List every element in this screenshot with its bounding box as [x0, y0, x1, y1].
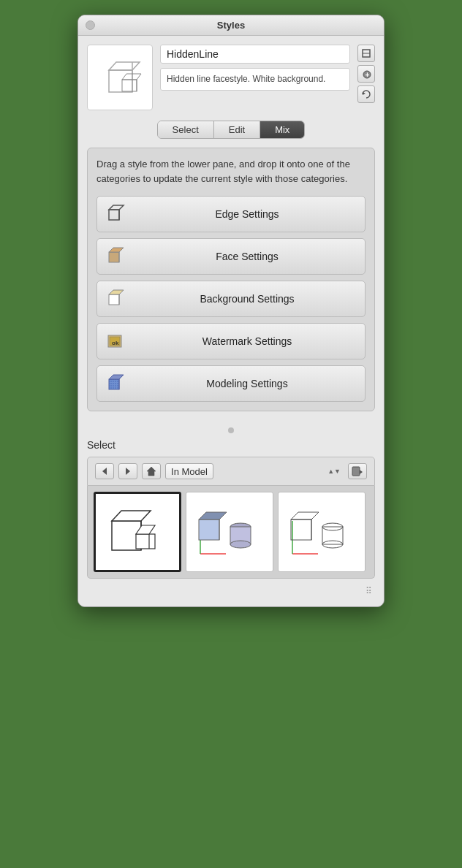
forward-button[interactable]	[118, 463, 137, 479]
save-collection-button[interactable]	[348, 463, 367, 479]
face-settings-icon	[106, 245, 129, 268]
svg-rect-37	[136, 534, 155, 549]
svg-marker-35	[112, 511, 151, 521]
svg-marker-19	[109, 290, 124, 294]
watermark-settings-label: Watermark Settings	[138, 335, 356, 347]
tabs-row: Select Edit Mix	[87, 121, 375, 139]
collapse-button[interactable]	[357, 45, 375, 62]
thumbnails-area	[87, 486, 375, 579]
select-label: Select	[87, 439, 375, 451]
add-icon: +	[361, 69, 371, 79]
svg-rect-18	[109, 294, 119, 305]
style-info: HiddenLine Hidden line facestyle. White …	[160, 45, 350, 91]
mix-panel: Drag a style from the lower pane, and dr…	[87, 148, 375, 411]
refresh-icon	[361, 89, 371, 99]
style-header: HiddenLine Hidden line facestyle. White …	[87, 45, 375, 110]
drag-indicator	[87, 422, 375, 439]
svg-marker-1	[109, 62, 140, 70]
home-button[interactable]	[142, 463, 161, 479]
watermark-settings-icon: ok	[106, 330, 129, 353]
title-bar: Styles	[78, 15, 384, 36]
svg-marker-29	[102, 468, 107, 475]
background-settings-button[interactable]: Background Settings	[96, 281, 366, 317]
edge-settings-icon	[106, 202, 129, 226]
modeling-settings-icon	[106, 372, 129, 395]
watermark-settings-button[interactable]: ok Watermark Settings	[96, 323, 366, 359]
thumbnail-colored-1[interactable]	[186, 492, 273, 572]
thumbnail-hiddenline[interactable]	[94, 492, 181, 572]
modeling-settings-label: Modeling Settings	[138, 378, 356, 389]
home-icon	[146, 466, 156, 476]
svg-marker-11	[363, 92, 366, 95]
save-icon	[352, 466, 363, 476]
background-settings-label: Background Settings	[138, 293, 356, 305]
style-name: HiddenLine	[160, 45, 350, 64]
mix-description: Drag a style from the lower pane, and dr…	[96, 157, 366, 186]
svg-rect-42	[199, 519, 219, 540]
svg-marker-30	[126, 468, 130, 475]
face-settings-label: Face Settings	[138, 251, 356, 262]
dropdown-arrow-icon: ▲▼	[327, 468, 341, 475]
select-toolbar: In Model Default Assorted ▲▼	[87, 457, 375, 486]
svg-rect-15	[109, 252, 119, 262]
svg-marker-51	[291, 512, 319, 519]
svg-rect-4	[122, 80, 137, 91]
forward-icon	[123, 466, 133, 476]
refresh-button[interactable]	[357, 85, 375, 103]
collapse-icon	[361, 48, 371, 58]
svg-point-47	[230, 541, 251, 548]
model-dropdown[interactable]: In Model Default Assorted	[165, 463, 213, 479]
preview-svg	[94, 52, 145, 103]
tab-select[interactable]: Select	[158, 121, 214, 138]
close-button[interactable]	[86, 20, 95, 30]
face-settings-button[interactable]: Face Settings	[96, 238, 366, 275]
svg-rect-32	[352, 467, 360, 476]
model-dropdown-wrap: In Model Default Assorted ▲▼	[165, 463, 344, 479]
resize-dots-icon: ⠿	[366, 586, 372, 596]
tab-edit[interactable]: Edit	[214, 121, 260, 138]
styles-window: Styles HiddenLine Hidden line	[77, 15, 385, 607]
background-settings-icon	[106, 287, 129, 311]
style-preview-thumbnail	[87, 45, 153, 110]
back-button[interactable]	[95, 463, 114, 479]
window-title: Styles	[217, 20, 245, 31]
svg-marker-43	[199, 512, 227, 519]
resize-handle[interactable]: ⠿	[87, 585, 375, 598]
thumbnail-wireframe-1[interactable]	[278, 492, 366, 572]
style-description: Hidden line facestyle. White background.	[160, 68, 350, 91]
drag-dot	[228, 427, 234, 433]
svg-marker-31	[147, 467, 156, 476]
svg-text:ok: ok	[112, 340, 119, 346]
svg-marker-33	[360, 470, 363, 474]
modeling-settings-button[interactable]: Modeling Settings	[96, 365, 366, 402]
svg-marker-5	[122, 74, 141, 80]
tab-mix[interactable]: Mix	[260, 121, 304, 138]
tab-group: Select Edit Mix	[157, 121, 306, 139]
edge-settings-label: Edge Settings	[138, 208, 356, 220]
header-actions: +	[357, 45, 375, 103]
select-section: Select	[87, 439, 375, 585]
svg-text:+: +	[366, 71, 370, 79]
back-icon	[99, 466, 110, 476]
svg-rect-12	[109, 210, 119, 220]
svg-rect-50	[291, 519, 311, 540]
add-style-button[interactable]: +	[357, 65, 375, 83]
svg-marker-27	[109, 375, 124, 379]
svg-marker-13	[109, 205, 124, 210]
svg-marker-16	[109, 248, 124, 252]
edge-settings-button[interactable]: Edge Settings	[96, 196, 366, 232]
svg-rect-26	[109, 379, 119, 389]
